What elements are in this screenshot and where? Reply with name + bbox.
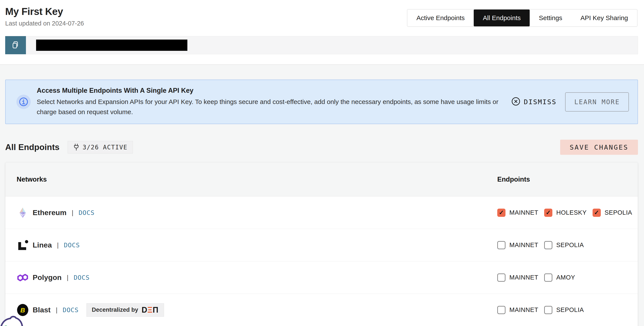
- separator: |: [56, 306, 58, 314]
- checked-checkbox[interactable]: [544, 208, 552, 217]
- endpoint-checkbox-group[interactable]: SEPOLIA: [544, 306, 584, 314]
- checked-checkbox[interactable]: [497, 208, 506, 217]
- endpoint-label: HOLESKY: [556, 209, 587, 216]
- active-badge-label: 3/26 ACTIVE: [82, 144, 127, 151]
- table-row: Polygon | DOCS MAINNETAMOY: [6, 261, 638, 294]
- endpoint-checkbox-group[interactable]: SEPOLIA: [592, 208, 632, 217]
- unchecked-checkbox[interactable]: [544, 241, 552, 249]
- network-name: Linea: [33, 241, 52, 249]
- banner-title: Access Multiple Endpoints With A Single …: [37, 87, 510, 94]
- dismiss-label: DISMISS: [524, 98, 557, 106]
- endpoints-table: Networks Endpoints Ethereum | DOCS MAINN…: [5, 162, 638, 326]
- unchecked-checkbox[interactable]: [497, 241, 506, 249]
- unchecked-checkbox[interactable]: [544, 306, 552, 314]
- copy-api-key-button[interactable]: [5, 36, 26, 54]
- ethereum-icon: [17, 207, 29, 219]
- endpoint-label: MAINNET: [509, 274, 538, 281]
- tab-settings[interactable]: Settings: [530, 10, 571, 26]
- column-header-networks: Networks: [17, 176, 47, 183]
- checked-checkbox[interactable]: [592, 208, 601, 217]
- endpoint-label: MAINNET: [509, 242, 538, 248]
- din-badge-text: Decentralized by: [92, 306, 138, 313]
- separator: |: [57, 242, 59, 249]
- learn-more-button[interactable]: LEARN MORE: [565, 92, 629, 112]
- column-header-endpoints: Endpoints: [497, 176, 530, 183]
- decentralized-by-din-badge: Decentralized by DΞΠ: [86, 303, 164, 317]
- network-name: Blast: [33, 306, 50, 314]
- dismiss-circle-x-icon: [511, 97, 520, 107]
- api-key-redacted-value: [36, 40, 187, 51]
- table-row: Ethereum | DOCS MAINNETHOLESKYSEPOLIA: [6, 196, 638, 229]
- endpoint-checkbox-group[interactable]: MAINNET: [497, 306, 538, 314]
- save-changes-button[interactable]: SAVE CHANGES: [560, 140, 638, 155]
- banner-body: Select Networks and Expansion APIs for y…: [37, 97, 510, 117]
- separator: |: [72, 209, 74, 216]
- endpoint-label: SEPOLIA: [556, 242, 584, 248]
- unchecked-checkbox[interactable]: [497, 274, 506, 282]
- page-title: My First Key: [5, 6, 63, 17]
- table-header-row: Networks Endpoints: [6, 162, 638, 196]
- dismiss-button[interactable]: DISMISS: [511, 97, 557, 107]
- last-updated-text: Last updated on 2024-07-26: [5, 20, 84, 27]
- endpoint-label: SEPOLIA: [556, 306, 584, 314]
- endpoint-label: SEPOLIA: [605, 209, 632, 216]
- info-icon: [16, 95, 31, 109]
- endpoint-checkbox-group[interactable]: MAINNET: [497, 208, 538, 217]
- tab-bar: Active EndpointsAll EndpointsSettingsAPI…: [407, 9, 638, 27]
- endpoint-checkbox-group[interactable]: AMOY: [544, 274, 575, 282]
- plug-icon: [73, 144, 80, 151]
- endpoint-checkbox-group[interactable]: SEPOLIA: [544, 241, 584, 249]
- svg-text:B: B: [20, 306, 25, 314]
- endpoint-checkbox-group[interactable]: HOLESKY: [544, 208, 587, 217]
- network-name: Ethereum: [33, 208, 66, 217]
- page-header: My First Key Last updated on 2024-07-26 …: [0, 0, 644, 65]
- table-row: Linea | DOCS MAINNETSEPOLIA: [6, 229, 638, 261]
- tab-api-key-sharing[interactable]: API Key Sharing: [572, 10, 637, 26]
- info-banner: Access Multiple Endpoints With A Single …: [5, 80, 638, 124]
- endpoint-label: MAINNET: [509, 209, 538, 216]
- content-area: Access Multiple Endpoints With A Single …: [0, 65, 644, 326]
- support-chat-widget[interactable]: [0, 315, 23, 326]
- docs-link[interactable]: DOCS: [74, 274, 90, 281]
- docs-link[interactable]: DOCS: [63, 306, 79, 314]
- separator: |: [67, 274, 68, 281]
- tab-active-endpoints[interactable]: Active Endpoints: [407, 10, 474, 26]
- docs-link[interactable]: DOCS: [79, 209, 95, 216]
- api-key-bar: [5, 36, 638, 54]
- linea-icon: [17, 239, 29, 251]
- endpoint-checkbox-group[interactable]: MAINNET: [497, 274, 538, 282]
- tab-all-endpoints[interactable]: All Endpoints: [474, 10, 530, 26]
- din-logo: DΞΠ: [142, 306, 158, 314]
- blast-icon: B: [17, 304, 29, 316]
- endpoint-checkbox-group[interactable]: MAINNET: [497, 241, 538, 249]
- active-endpoints-badge: 3/26 ACTIVE: [68, 141, 133, 154]
- copy-icon: [11, 40, 20, 50]
- network-name: Polygon: [33, 273, 62, 282]
- docs-link[interactable]: DOCS: [64, 242, 80, 249]
- unchecked-checkbox[interactable]: [497, 306, 506, 314]
- table-row: B Blast | DOCS Decentralized by DΞΠ MAIN…: [6, 294, 638, 326]
- unchecked-checkbox[interactable]: [544, 274, 552, 282]
- section-heading: All Endpoints: [5, 142, 60, 152]
- endpoint-label: AMOY: [556, 274, 575, 281]
- endpoint-label: MAINNET: [509, 306, 538, 314]
- polygon-icon: [17, 272, 29, 284]
